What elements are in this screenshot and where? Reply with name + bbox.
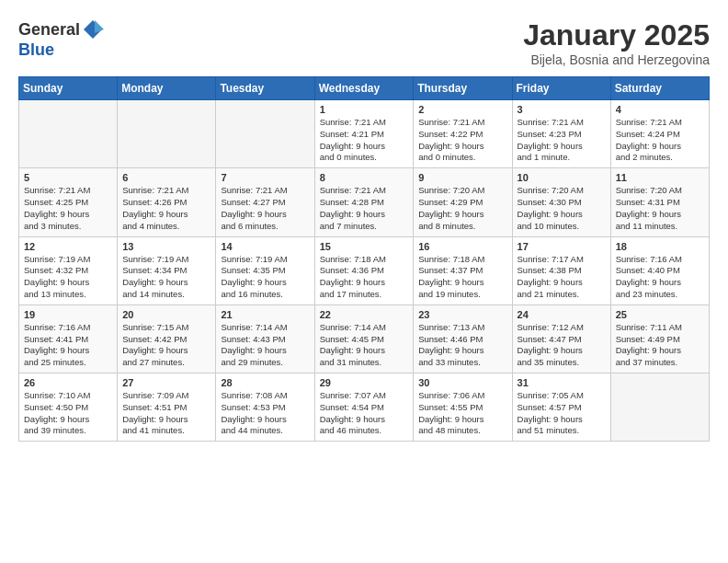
day-info: Sunrise: 7:21 AM Sunset: 4:21 PM Dayligh…	[320, 117, 409, 164]
day-info: Sunrise: 7:17 AM Sunset: 4:38 PM Dayligh…	[518, 254, 606, 301]
day-number: 9	[418, 172, 506, 183]
logo-general-text: General	[18, 20, 80, 40]
day-info: Sunrise: 7:12 AM Sunset: 4:47 PM Dayligh…	[518, 322, 606, 369]
day-info: Sunrise: 7:21 AM Sunset: 4:25 PM Dayligh…	[24, 185, 112, 232]
weekday-header-tuesday: Tuesday	[216, 77, 314, 100]
day-number: 28	[221, 377, 309, 388]
calendar-cell: 10Sunrise: 7:20 AM Sunset: 4:30 PM Dayli…	[512, 168, 610, 236]
calendar-cell: 15Sunrise: 7:18 AM Sunset: 4:36 PM Dayli…	[314, 236, 414, 304]
day-info: Sunrise: 7:14 AM Sunset: 4:45 PM Dayligh…	[320, 322, 409, 369]
calendar-cell: 5Sunrise: 7:21 AM Sunset: 4:25 PM Daylig…	[19, 168, 118, 236]
day-info: Sunrise: 7:20 AM Sunset: 4:30 PM Dayligh…	[518, 185, 606, 232]
day-number: 20	[122, 309, 210, 320]
day-number: 26	[24, 377, 112, 388]
day-info: Sunrise: 7:15 AM Sunset: 4:42 PM Dayligh…	[122, 322, 210, 369]
day-number: 6	[122, 172, 210, 183]
calendar-cell: 11Sunrise: 7:20 AM Sunset: 4:31 PM Dayli…	[610, 168, 709, 236]
calendar-cell: 23Sunrise: 7:13 AM Sunset: 4:46 PM Dayli…	[414, 304, 512, 373]
day-info: Sunrise: 7:19 AM Sunset: 4:35 PM Dayligh…	[221, 254, 309, 301]
calendar-week-row: 1Sunrise: 7:21 AM Sunset: 4:21 PM Daylig…	[19, 100, 710, 168]
calendar-cell: 13Sunrise: 7:19 AM Sunset: 4:34 PM Dayli…	[118, 236, 216, 304]
calendar-cell	[19, 100, 118, 168]
day-number: 24	[518, 309, 606, 320]
weekday-header-thursday: Thursday	[414, 77, 512, 100]
day-number: 8	[320, 172, 409, 183]
day-number: 17	[518, 241, 606, 252]
day-info: Sunrise: 7:21 AM Sunset: 4:28 PM Dayligh…	[320, 185, 409, 232]
day-number: 16	[418, 241, 506, 252]
month-title: January 2025	[523, 18, 710, 52]
calendar-cell: 19Sunrise: 7:16 AM Sunset: 4:41 PM Dayli…	[19, 304, 118, 373]
logo: General Blue	[18, 18, 104, 60]
calendar-cell: 28Sunrise: 7:08 AM Sunset: 4:53 PM Dayli…	[216, 373, 314, 442]
day-info: Sunrise: 7:09 AM Sunset: 4:51 PM Dayligh…	[122, 390, 210, 437]
day-number: 2	[418, 104, 506, 115]
weekday-header-row: SundayMondayTuesdayWednesdayThursdayFrid…	[19, 77, 710, 100]
day-number: 31	[518, 377, 606, 388]
calendar-cell: 16Sunrise: 7:18 AM Sunset: 4:37 PM Dayli…	[414, 236, 512, 304]
day-info: Sunrise: 7:20 AM Sunset: 4:29 PM Dayligh…	[418, 185, 506, 232]
day-number: 12	[24, 241, 112, 252]
calendar-cell: 24Sunrise: 7:12 AM Sunset: 4:47 PM Dayli…	[512, 304, 610, 373]
calendar-cell: 8Sunrise: 7:21 AM Sunset: 4:28 PM Daylig…	[314, 168, 414, 236]
title-block: January 2025 Bijela, Bosnia and Herzegov…	[523, 18, 710, 67]
calendar-cell: 21Sunrise: 7:14 AM Sunset: 4:43 PM Dayli…	[216, 304, 314, 373]
day-info: Sunrise: 7:05 AM Sunset: 4:57 PM Dayligh…	[518, 390, 606, 437]
weekday-header-friday: Friday	[512, 77, 610, 100]
day-number: 18	[616, 241, 704, 252]
day-info: Sunrise: 7:18 AM Sunset: 4:36 PM Dayligh…	[320, 254, 409, 301]
calendar-cell: 25Sunrise: 7:11 AM Sunset: 4:49 PM Dayli…	[610, 304, 709, 373]
weekday-header-monday: Monday	[118, 77, 216, 100]
day-info: Sunrise: 7:21 AM Sunset: 4:26 PM Dayligh…	[122, 185, 210, 232]
calendar-cell: 18Sunrise: 7:16 AM Sunset: 4:40 PM Dayli…	[610, 236, 709, 304]
calendar-table: SundayMondayTuesdayWednesdayThursdayFrid…	[18, 76, 710, 442]
calendar-cell: 29Sunrise: 7:07 AM Sunset: 4:54 PM Dayli…	[314, 373, 414, 442]
day-number: 4	[616, 104, 704, 115]
day-info: Sunrise: 7:08 AM Sunset: 4:53 PM Dayligh…	[221, 390, 309, 437]
day-number: 29	[320, 377, 409, 388]
calendar-cell: 27Sunrise: 7:09 AM Sunset: 4:51 PM Dayli…	[118, 373, 216, 442]
day-info: Sunrise: 7:19 AM Sunset: 4:32 PM Dayligh…	[24, 254, 112, 301]
day-number: 1	[320, 104, 409, 115]
calendar-cell: 14Sunrise: 7:19 AM Sunset: 4:35 PM Dayli…	[216, 236, 314, 304]
day-number: 25	[616, 309, 704, 320]
day-number: 3	[518, 104, 606, 115]
weekday-header-sunday: Sunday	[19, 77, 118, 100]
day-number: 22	[320, 309, 409, 320]
day-number: 11	[616, 172, 704, 183]
calendar-cell: 20Sunrise: 7:15 AM Sunset: 4:42 PM Dayli…	[118, 304, 216, 373]
page-header: General Blue January 2025 Bijela, Bosnia…	[18, 18, 710, 67]
calendar-cell	[610, 373, 709, 442]
svg-marker-1	[95, 20, 104, 33]
day-info: Sunrise: 7:20 AM Sunset: 4:31 PM Dayligh…	[616, 185, 704, 232]
day-number: 10	[518, 172, 606, 183]
day-number: 23	[418, 309, 506, 320]
day-info: Sunrise: 7:16 AM Sunset: 4:41 PM Dayligh…	[24, 322, 112, 369]
calendar-week-row: 12Sunrise: 7:19 AM Sunset: 4:32 PM Dayli…	[19, 236, 710, 304]
day-number: 19	[24, 309, 112, 320]
day-info: Sunrise: 7:16 AM Sunset: 4:40 PM Dayligh…	[616, 254, 704, 301]
day-info: Sunrise: 7:10 AM Sunset: 4:50 PM Dayligh…	[24, 390, 112, 437]
day-info: Sunrise: 7:13 AM Sunset: 4:46 PM Dayligh…	[418, 322, 506, 369]
day-info: Sunrise: 7:21 AM Sunset: 4:23 PM Dayligh…	[518, 117, 606, 164]
day-number: 14	[221, 241, 309, 252]
calendar-cell: 6Sunrise: 7:21 AM Sunset: 4:26 PM Daylig…	[118, 168, 216, 236]
calendar-cell: 3Sunrise: 7:21 AM Sunset: 4:23 PM Daylig…	[512, 100, 610, 168]
day-number: 21	[221, 309, 309, 320]
calendar-week-row: 5Sunrise: 7:21 AM Sunset: 4:25 PM Daylig…	[19, 168, 710, 236]
logo-blue-text: Blue	[18, 40, 54, 60]
calendar-cell: 4Sunrise: 7:21 AM Sunset: 4:24 PM Daylig…	[610, 100, 709, 168]
calendar-cell	[118, 100, 216, 168]
calendar-cell: 2Sunrise: 7:21 AM Sunset: 4:22 PM Daylig…	[414, 100, 512, 168]
weekday-header-saturday: Saturday	[610, 77, 709, 100]
calendar-cell: 17Sunrise: 7:17 AM Sunset: 4:38 PM Dayli…	[512, 236, 610, 304]
calendar-cell: 12Sunrise: 7:19 AM Sunset: 4:32 PM Dayli…	[19, 236, 118, 304]
day-info: Sunrise: 7:07 AM Sunset: 4:54 PM Dayligh…	[320, 390, 409, 437]
calendar-cell: 22Sunrise: 7:14 AM Sunset: 4:45 PM Dayli…	[314, 304, 414, 373]
calendar-week-row: 19Sunrise: 7:16 AM Sunset: 4:41 PM Dayli…	[19, 304, 710, 373]
day-info: Sunrise: 7:18 AM Sunset: 4:37 PM Dayligh…	[418, 254, 506, 301]
day-info: Sunrise: 7:21 AM Sunset: 4:22 PM Dayligh…	[418, 117, 506, 164]
day-number: 13	[122, 241, 210, 252]
day-info: Sunrise: 7:14 AM Sunset: 4:43 PM Dayligh…	[221, 322, 309, 369]
day-number: 7	[221, 172, 309, 183]
